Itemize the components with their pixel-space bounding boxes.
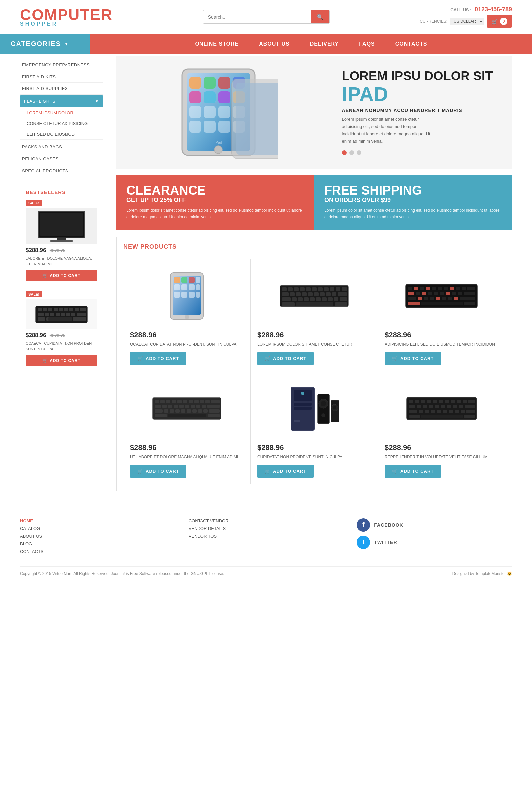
svg-rect-54 (204, 92, 216, 103)
cart-button[interactable]: 🛒 0 (487, 15, 512, 27)
footer-link-contacts[interactable]: CONTACTS (20, 549, 175, 554)
svg-rect-127 (407, 292, 414, 296)
add-to-cart-2[interactable]: 🛒 ADD TO CART (258, 352, 314, 365)
footer-link-contact-vendor[interactable]: CONTACT VENDOR (189, 518, 344, 523)
svg-rect-137 (407, 297, 416, 300)
nav-faqs[interactable]: FAQS (349, 35, 385, 53)
bs-add-to-cart-2[interactable]: 🛒 ADD TO CART (25, 355, 97, 366)
product-5-price: $288.96 (258, 443, 284, 452)
hero-dot-2[interactable] (349, 150, 354, 155)
svg-rect-108 (322, 297, 326, 301)
nav-about-us[interactable]: ABOUT US (249, 35, 300, 53)
add-to-cart-5[interactable]: 🛒 ADD TO CART (258, 465, 314, 478)
cart-btn-icon-2: 🛒 (42, 358, 48, 363)
nav-contacts[interactable]: CONTACTS (385, 35, 437, 53)
sidebar-sub-lorem[interactable]: LOREM IPSUM DOLOR (20, 108, 103, 118)
svg-rect-70 (189, 284, 194, 290)
footer-link-about[interactable]: ABOUT US (20, 533, 175, 538)
svg-rect-170 (208, 405, 220, 408)
twitter-btn[interactable]: t TWITTER (357, 535, 512, 549)
product-3: $288.96 ADIPISICING ELIT, SED DO EIUSMOD… (378, 260, 505, 372)
product-keyboard2-icon (152, 396, 222, 421)
svg-rect-231 (464, 415, 475, 418)
sidebar-item-special[interactable]: SPECIAL PRODUCTS (20, 165, 103, 177)
footer-link-blog[interactable]: BLOG (20, 541, 175, 546)
sidebar-item-emergency[interactable]: EMERGENCY PREPAREDNESS (20, 59, 103, 71)
footer-link-vendor-tos[interactable]: VENDOR TOS (189, 533, 344, 538)
svg-rect-119 (425, 287, 430, 290)
svg-rect-140 (430, 297, 434, 300)
svg-rect-226 (455, 410, 459, 414)
hero-dot-1[interactable] (342, 150, 347, 155)
footer-link-vendor-details[interactable]: VENDOR DETAILS (189, 526, 344, 531)
bs-add-to-cart-1[interactable]: 🛒 ADD TO CART (25, 270, 97, 281)
designed-by: Designed by TemplateMonstеr 🐱 (452, 571, 512, 576)
product-2-img (258, 266, 371, 326)
sidebar-sub-conse[interactable]: CONSE CTETUR ADIPISICING (20, 118, 103, 129)
sidebar-item-first-aid-supplies[interactable]: FIRST AID SUPPLIES (20, 83, 103, 95)
svg-rect-163 (168, 405, 172, 408)
svg-rect-164 (174, 405, 178, 408)
add-to-cart-1[interactable]: 🛒 ADD TO CART (130, 352, 186, 365)
svg-rect-99 (326, 292, 330, 296)
add-to-cart-6[interactable]: 🛒 ADD TO CART (385, 465, 441, 478)
shipping-subtitle: ON ORDERS OVER $99 (324, 196, 502, 204)
product-2: $288.96 LOREM IPSUM DOLOR SIT AMET CONSE… (251, 260, 378, 372)
svg-rect-138 (418, 297, 422, 300)
svg-rect-107 (316, 297, 321, 301)
product-3-desc: ADIPISICING ELIT, SED DO EIUSMOD TEMPOR … (385, 341, 495, 347)
bestsellers-section: BESTSELLERS SALE! $288.96 $373.75 (20, 184, 103, 372)
footer-link-catalog[interactable]: CATALOG (20, 526, 175, 531)
hero-dot-3[interactable] (357, 150, 361, 155)
svg-rect-169 (202, 405, 206, 408)
currency-select[interactable]: US DOLLAR EURO (450, 18, 484, 25)
svg-rect-22 (38, 317, 45, 321)
svg-rect-103 (292, 297, 297, 301)
sidebar-sub-elit[interactable]: ELIT SED DO EIUSMOD (20, 129, 103, 140)
product-1: $288.96 OCAECAT CUPIDATAT NON PROI-DENT,… (124, 260, 250, 372)
sidebar-item-flashlights[interactable]: FLASHLIGHTS ▼ (20, 95, 103, 107)
footer-link-home[interactable]: HOME (20, 518, 175, 523)
svg-rect-126 (468, 287, 475, 290)
svg-rect-88 (324, 287, 328, 291)
search-input[interactable] (204, 11, 310, 23)
sidebar-item-packs[interactable]: PACKS AND BAGS (20, 141, 103, 153)
svg-rect-81 (282, 287, 287, 291)
logo[interactable]: COMPUTER SHOPPER (20, 7, 113, 27)
svg-rect-167 (191, 405, 195, 408)
add-to-cart-3[interactable]: 🛒 ADD TO CART (385, 352, 441, 365)
svg-rect-90 (336, 287, 341, 291)
sidebar-item-first-aid-kits[interactable]: FIRST AID KITS (20, 71, 103, 83)
product-1-desc: OCAECAT CUPIDATAT NON PROI-DENT, SUNT IN… (130, 341, 236, 347)
svg-rect-49 (189, 77, 201, 89)
svg-rect-1 (40, 213, 83, 235)
copyright: Copyright © 2015 Virtue Mart. All Rights… (20, 571, 224, 576)
svg-rect-144 (454, 297, 458, 300)
product-6-price: $288.96 (385, 443, 411, 452)
svg-rect-230 (408, 415, 420, 418)
svg-rect-208 (469, 400, 475, 403)
nav-delivery[interactable]: DELIVERY (300, 35, 349, 53)
categories-btn[interactable]: CATEGORIES ▼ (0, 34, 90, 54)
svg-rect-200 (421, 400, 425, 403)
svg-rect-133 (445, 292, 450, 296)
clearance-title: CLEARANCE (126, 184, 304, 196)
svg-rect-122 (443, 287, 448, 290)
svg-rect-153 (172, 400, 176, 403)
search-button[interactable]: 🔍 (310, 10, 329, 23)
new-products-section: NEW PRODUCTS (116, 237, 512, 491)
hero-img-area: iPad (116, 59, 334, 165)
keyboard-icon-bs (35, 305, 88, 324)
add-to-cart-4[interactable]: 🛒 ADD TO CART (130, 465, 186, 478)
svg-rect-46 (204, 121, 216, 133)
svg-rect-104 (298, 297, 303, 301)
svg-rect-166 (185, 405, 189, 408)
product-1-img (130, 266, 244, 326)
header-right: CALL US : 0123-456-789 CURRENCIES: US DO… (420, 6, 512, 27)
sidebar-item-pelican[interactable]: PELICAN CASES (20, 153, 103, 165)
facebook-btn[interactable]: f FACEBOOK (357, 518, 512, 532)
nav-online-store[interactable]: ONLINE STORE (185, 35, 249, 53)
svg-rect-151 (160, 400, 165, 403)
svg-rect-78 (189, 277, 194, 283)
svg-point-193 (321, 414, 325, 417)
